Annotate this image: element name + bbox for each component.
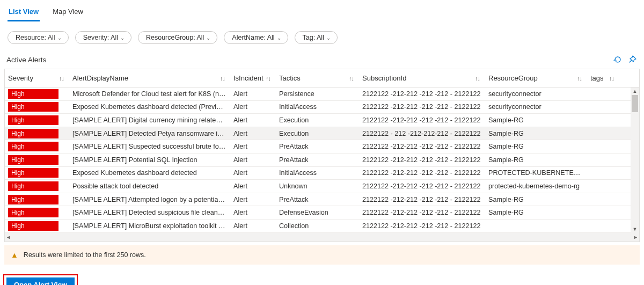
cell-tactics: Execution <box>276 116 359 124</box>
filter-pill[interactable]: Severity: All⌄ <box>75 31 131 44</box>
severity-badge: High <box>8 102 58 112</box>
tab-map-view[interactable]: Map View <box>52 4 84 21</box>
col-tactics[interactable]: Tactics↑↓ <box>276 74 359 82</box>
cell-subscription: 2122122 -212-212 -212 -212 - 2122122 <box>359 222 485 230</box>
table-row[interactable]: HighExposed Kubernetes dashboard detecte… <box>5 167 639 180</box>
cell-tactics: InitialAccess <box>276 103 359 111</box>
sort-icon: ↑↓ <box>266 75 270 82</box>
cell-tactics: PreAttack <box>276 143 359 150</box>
chevron-down-icon: ⌄ <box>206 35 210 41</box>
cell-subscription: 2122122 -212-212 -212 -212 - 2122122 <box>359 209 485 216</box>
tab-list-view[interactable]: List View <box>8 4 40 21</box>
sort-icon: ↑↓ <box>609 75 614 82</box>
cell-display-name: [SAMPLE ALERT] Potential SQL Injection <box>69 156 230 164</box>
cell-display-name: Exposed Kubernetes dashboard detected <box>69 169 230 177</box>
severity-badge: High <box>8 221 58 231</box>
sort-icon: ↑↓ <box>220 75 225 82</box>
table-row[interactable]: High[SAMPLE ALERT] Detected suspicious f… <box>5 206 639 220</box>
cell-resourcegroup: Sample-RG <box>485 143 587 150</box>
scroll-right-icon[interactable]: ► <box>633 235 638 240</box>
filter-label: Resource: All <box>16 34 55 41</box>
cell-is-incident: Alert <box>230 209 276 216</box>
cell-subscription: 2122122 -212-212 -212 -212 - 2122122 <box>359 196 485 203</box>
scroll-up-icon[interactable]: ▲ <box>633 89 638 94</box>
severity-badge: High <box>8 168 58 178</box>
chevron-down-icon: ⌄ <box>326 35 331 41</box>
filter-pill[interactable]: AlertName: All⌄ <box>224 31 288 44</box>
sort-icon: ↑↓ <box>577 75 582 82</box>
cell-is-incident: Alert <box>230 196 276 203</box>
vertical-scrollbar[interactable]: ▲ ▼ <box>631 87 639 233</box>
cell-display-name: Possible attack tool detected <box>69 182 230 190</box>
open-alert-view-button[interactable]: Open Alert View <box>6 277 75 285</box>
filter-label: Tag: All <box>303 34 324 41</box>
cell-is-incident: Alert <box>230 90 276 98</box>
severity-badge: High <box>8 195 58 204</box>
severity-badge: High <box>8 181 58 191</box>
scroll-down-icon[interactable]: ▼ <box>633 226 638 232</box>
severity-badge: High <box>8 155 58 165</box>
filter-pill[interactable]: Tag: All⌄ <box>295 31 338 44</box>
severity-badge: High <box>8 142 58 151</box>
undo-icon[interactable] <box>613 55 623 64</box>
severity-badge: High <box>8 115 58 125</box>
sort-icon: ↑↓ <box>475 75 480 82</box>
cell-resourcegroup: PROTECTED-KUBERNETES-DEMO-RG <box>485 169 587 177</box>
table-row[interactable]: High[SAMPLE ALERT] Attempted logon by a … <box>5 193 639 207</box>
cell-tactics: Persistence <box>276 90 359 98</box>
table-row[interactable]: High[SAMPLE ALERT] Suspected successful … <box>5 140 639 154</box>
warning-banner: ▲ Results were limited to the first 250 … <box>4 245 640 265</box>
cell-subscription: 2122122 -212-212 -212 -212 - 2122122 <box>359 90 485 98</box>
table-row[interactable]: High[SAMPLE ALERT] MicroBurst exploitati… <box>5 220 639 233</box>
cell-subscription: 2122122 - 212 -212-212-212 - 2122122 <box>359 130 485 137</box>
cell-subscription: 2122122 -212-212 -212 -212 - 2122122 <box>359 182 485 190</box>
col-subscription[interactable]: SubscriptionId↑↓ <box>359 74 485 82</box>
cell-tactics: Collection <box>276 222 359 230</box>
cell-tactics: PreAttack <box>276 196 359 203</box>
table-row[interactable]: HighPossible attack tool detectedAlertUn… <box>5 180 639 193</box>
filter-pill[interactable]: ResourceGroup: All⌄ <box>138 31 217 44</box>
table-row[interactable]: HighMicrosoft Defender for Cloud test al… <box>5 87 639 101</box>
filter-label: ResourceGroup: All <box>146 34 204 41</box>
cell-resourcegroup: protected-kubernetes-demo-rg <box>485 182 587 190</box>
cell-subscription: 2122122 -212-212 -212 -212 - 2122122 <box>359 156 485 164</box>
table-row[interactable]: High[SAMPLE ALERT] Detected Petya ransom… <box>5 127 639 141</box>
cell-subscription: 2122122 -212-212 -212 -212 - 2122122 <box>359 116 485 124</box>
scroll-left-icon[interactable]: ◄ <box>6 235 11 240</box>
table-header: Severity↑↓ AlertDisplayName↑↓ IsIncident… <box>5 69 639 87</box>
col-display-name[interactable]: AlertDisplayName↑↓ <box>69 74 230 82</box>
cell-is-incident: Alert <box>230 130 276 137</box>
col-resourcegroup[interactable]: ResourceGroup↑↓ <box>485 74 587 82</box>
cell-resourcegroup: Sample-RG <box>485 130 587 137</box>
sort-icon: ↑↓ <box>59 75 64 82</box>
view-tabs: List View Map View <box>3 4 641 21</box>
cell-is-incident: Alert <box>230 156 276 164</box>
table-row[interactable]: High[SAMPLE ALERT] Potential SQL Injecti… <box>5 154 639 167</box>
chevron-down-icon: ⌄ <box>57 35 62 41</box>
col-tags[interactable]: tags↑↓ <box>587 74 619 82</box>
cell-is-incident: Alert <box>230 222 276 230</box>
sort-icon: ↑↓ <box>349 75 354 82</box>
scroll-thumb[interactable] <box>632 95 638 112</box>
warning-icon: ▲ <box>11 251 18 259</box>
cell-display-name: [SAMPLE ALERT] Attempted logon by a pote… <box>69 196 230 203</box>
cell-display-name: [SAMPLE ALERT] Digital currency mining r… <box>69 116 230 124</box>
col-severity[interactable]: Severity↑↓ <box>5 74 69 82</box>
filter-label: Severity: All <box>83 34 118 41</box>
cell-is-incident: Alert <box>230 143 276 150</box>
warning-text: Results were limited to the first 250 ro… <box>24 251 146 259</box>
filter-pill[interactable]: Resource: All⌄ <box>8 31 69 44</box>
table-row[interactable]: High[SAMPLE ALERT] Digital currency mini… <box>5 114 639 127</box>
cell-resourcegroup: Sample-RG <box>485 196 587 203</box>
table-row[interactable]: HighExposed Kubernetes dashboard detecte… <box>5 101 639 114</box>
cell-resourcegroup: Sample-RG <box>485 209 587 216</box>
severity-badge: High <box>8 129 58 138</box>
horizontal-scrollbar[interactable]: ◄ ► <box>5 233 639 242</box>
pin-icon[interactable] <box>628 55 638 64</box>
filter-label: AlertName: All <box>232 34 274 41</box>
col-is-incident[interactable]: IsIncident↑↓ <box>230 74 276 82</box>
cell-subscription: 2122122 -212-212 -212 -212 - 2122122 <box>359 143 485 150</box>
table-body: ▲ ▼ HighMicrosoft Defender for Cloud tes… <box>5 87 639 233</box>
cell-tactics: PreAttack <box>276 156 359 164</box>
chevron-down-icon: ⌄ <box>120 35 125 41</box>
